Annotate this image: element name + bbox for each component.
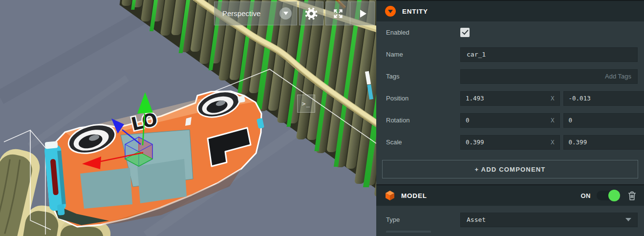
viewport-3d[interactable]: LO [0, 0, 376, 236]
chevron-down-icon [625, 218, 631, 221]
scale-row: Scale X Y Z [376, 131, 644, 153]
fullscreen-button[interactable] [326, 2, 350, 25]
rotation-label: Rotation [386, 117, 460, 124]
scale-label: Scale [386, 138, 460, 146]
model-type-value: Asset [467, 216, 486, 223]
model-header-controls: ON [581, 191, 637, 200]
code-icon[interactable]: >_ [297, 95, 315, 113]
model-enabled-toggle[interactable] [597, 191, 619, 200]
position-vector: X Y Z [460, 91, 644, 106]
model-type-select[interactable]: Asset [460, 213, 638, 227]
position-y-input[interactable] [569, 95, 644, 102]
tags-row: Tags [376, 65, 644, 87]
scale-x-input[interactable] [466, 138, 548, 146]
rotation-vector: X Y Z [460, 113, 644, 128]
position-label: Position [386, 95, 460, 102]
scene-canvas: LO [0, 0, 376, 236]
checkmark-icon [462, 28, 468, 35]
cube-icon [385, 190, 395, 201]
position-x-field: X [460, 91, 560, 106]
chevron-down-icon[interactable] [279, 7, 292, 20]
tags-label: Tags [386, 73, 460, 80]
trash-icon [628, 191, 636, 200]
viewport-settings-button[interactable] [299, 1, 323, 25]
enabled-row: Enabled [376, 21, 644, 43]
viewport-toolbar: Perspective [214, 1, 375, 25]
camera-mode-label: Perspective [222, 9, 260, 18]
entity-header[interactable]: ENTITY [376, 0, 644, 21]
rotation-x-input[interactable] [466, 117, 548, 124]
tags-input[interactable] [460, 69, 638, 84]
model-header-title: MODEL [401, 192, 427, 199]
name-label: Name [386, 51, 460, 58]
gear-icon [305, 7, 318, 20]
axis-x-label: X [551, 117, 555, 124]
editor-root: LO [0, 0, 644, 236]
rotation-y-field: Y [563, 113, 644, 128]
scale-vector: X Y Z [460, 135, 644, 150]
enabled-checkbox[interactable] [460, 28, 470, 37]
viewport-actions-group [325, 1, 375, 25]
scale-x-field: X [460, 135, 560, 150]
expand-icon [332, 8, 344, 20]
scale-y-field: Y [563, 135, 644, 150]
camera-mode-dropdown[interactable]: Perspective [214, 1, 297, 25]
delete-component-button[interactable] [628, 191, 636, 200]
rotation-x-field: X [460, 113, 560, 128]
type-label: Type [386, 216, 460, 223]
axis-x-label: X [551, 95, 555, 102]
scale-y-input[interactable] [569, 138, 644, 146]
rotation-y-input[interactable] [569, 117, 644, 124]
model-type-row: Type Asset [376, 209, 644, 231]
model-header[interactable]: MODEL ON [376, 184, 644, 206]
name-input[interactable] [460, 47, 638, 62]
launch-play-button[interactable] [350, 2, 374, 25]
toggle-knob [608, 190, 620, 201]
play-icon [357, 8, 368, 20]
position-row: Position X Y Z [376, 87, 644, 109]
entity-collapse-icon[interactable] [385, 6, 396, 17]
position-x-input[interactable] [466, 95, 548, 102]
inspector-panel: ENTITY Enabled Name Tags Position X [376, 0, 644, 236]
axis-x-label: X [551, 138, 555, 146]
model-on-label: ON [581, 192, 591, 199]
add-component-button[interactable]: + ADD COMPONENT [382, 160, 638, 178]
model-asset-thumb-partial [386, 231, 431, 233]
enabled-label: Enabled [386, 29, 460, 36]
rotation-row: Rotation X Y Z [376, 109, 644, 131]
position-y-field: Y [563, 91, 644, 106]
entity-header-title: ENTITY [402, 8, 428, 15]
name-row: Name [376, 43, 644, 65]
